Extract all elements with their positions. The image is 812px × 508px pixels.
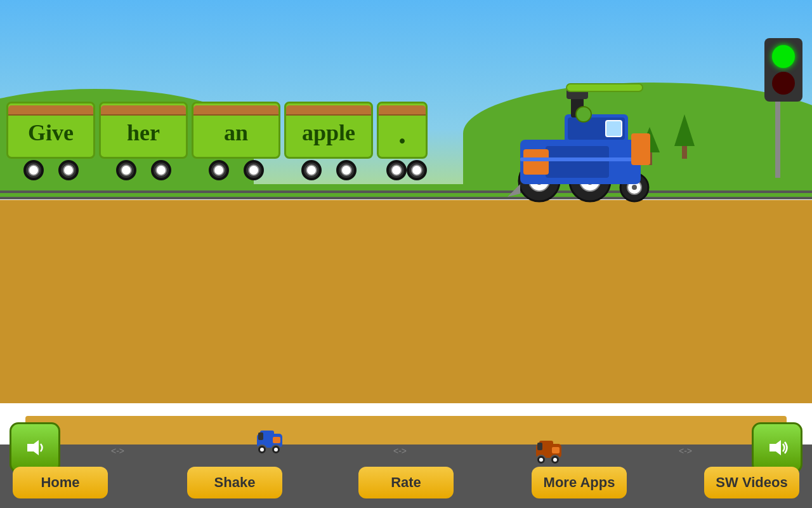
volume-left-button[interactable] <box>10 422 60 473</box>
svg-point-8 <box>632 185 637 190</box>
more-apps-button[interactable]: More Apps <box>532 467 627 498</box>
shake-button[interactable]: Shake <box>187 467 282 498</box>
wheels-an <box>192 159 280 182</box>
svg-rect-14 <box>606 121 622 137</box>
train-cars: Give her an <box>6 102 440 182</box>
wheel <box>151 160 171 180</box>
wheel <box>301 160 322 180</box>
cloud <box>0 0 63 25</box>
svg-marker-19 <box>508 184 520 197</box>
locomotive <box>508 76 660 206</box>
word-her: her <box>127 119 160 146</box>
wheel <box>386 160 407 180</box>
rate-label: Rate <box>391 474 421 491</box>
nav-arrows-2: <-> <box>393 446 407 456</box>
tree-trunk <box>682 146 687 159</box>
word-apple: apple <box>302 119 355 146</box>
car-period[interactable]: . <box>377 102 436 182</box>
sw-videos-button[interactable]: SW Videos <box>704 467 799 498</box>
track-rail-top <box>0 190 812 193</box>
wheel <box>407 160 427 180</box>
svg-point-36 <box>539 458 543 462</box>
svg-rect-26 <box>273 437 280 443</box>
tree-2 <box>674 114 695 159</box>
tree-top <box>674 114 695 146</box>
bottom-train-icon-2 <box>533 438 568 469</box>
home-label: Home <box>41 474 79 491</box>
volume-right-button[interactable] <box>752 422 802 473</box>
wheel <box>23 160 44 180</box>
car-give[interactable]: Give <box>6 102 95 182</box>
word-an: an <box>224 119 248 146</box>
car-apple[interactable]: apple <box>284 102 373 182</box>
home-button[interactable]: Home <box>13 467 108 498</box>
car-body-period: . <box>377 102 428 159</box>
wheel <box>336 160 357 180</box>
svg-rect-31 <box>258 432 263 440</box>
word-give: Give <box>28 119 74 146</box>
track-rail-bottom <box>0 197 812 199</box>
svg-rect-10 <box>546 146 609 178</box>
shake-label: Shake <box>214 474 256 491</box>
more-apps-label: More Apps <box>544 474 615 491</box>
nav-arrows-3: <-> <box>679 446 692 456</box>
wheels-give <box>6 159 95 182</box>
svg-rect-11 <box>523 149 549 175</box>
green-light <box>772 45 795 68</box>
car-her[interactable]: her <box>99 102 188 182</box>
nav-arrows-1: <-> <box>111 446 124 456</box>
wheel <box>209 160 229 180</box>
wheels-apple <box>284 159 373 182</box>
sw-videos-label: SW Videos <box>716 474 787 491</box>
svg-point-28 <box>260 448 264 451</box>
traffic-light-box <box>764 38 802 102</box>
wheels-her <box>99 159 188 182</box>
svg-rect-20 <box>631 133 650 165</box>
wheel <box>244 160 264 180</box>
svg-point-38 <box>553 458 557 462</box>
car-an[interactable]: an <box>192 102 280 182</box>
dirt-area <box>0 200 812 403</box>
svg-point-21 <box>576 107 591 122</box>
svg-rect-34 <box>552 447 560 453</box>
car-body-apple: apple <box>284 102 373 159</box>
svg-marker-23 <box>769 440 781 455</box>
svg-point-30 <box>274 448 278 451</box>
bottom-bar: <-> <-> <-> Home Shake Rate <box>0 444 812 508</box>
car-body-an: an <box>192 102 280 159</box>
bottom-train-icon-1 <box>254 427 289 460</box>
wheel <box>58 160 79 180</box>
svg-rect-18 <box>520 157 641 161</box>
car-body-give: Give <box>6 102 95 159</box>
red-light <box>772 72 795 95</box>
car-body-her: her <box>99 102 188 159</box>
rate-button[interactable]: Rate <box>358 467 454 498</box>
wheels-period <box>377 159 436 182</box>
word-period: . <box>398 116 406 150</box>
app: Give her an <box>0 0 812 508</box>
wheel <box>116 160 136 180</box>
svg-rect-17 <box>566 84 643 91</box>
svg-marker-22 <box>27 440 39 455</box>
svg-rect-39 <box>537 443 542 450</box>
